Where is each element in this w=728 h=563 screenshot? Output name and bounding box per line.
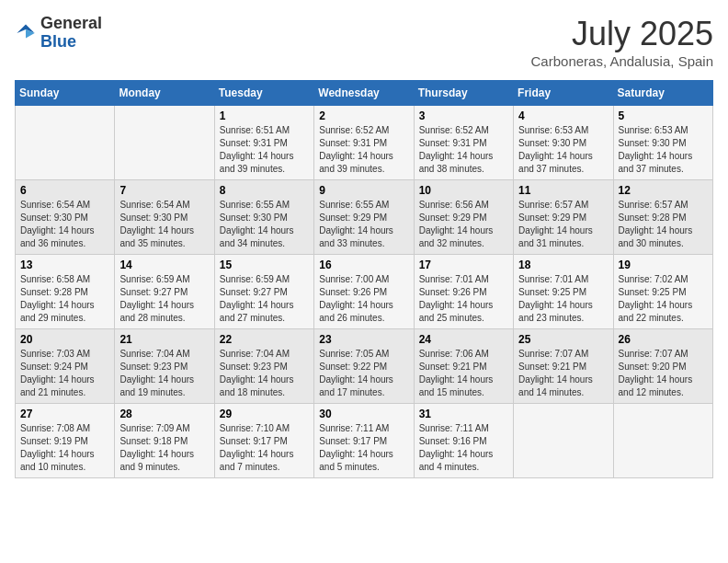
day-number: 20 (20, 333, 109, 346)
month-year: July 2025 (531, 15, 713, 53)
calendar-cell: 31Sunrise: 7:11 AM Sunset: 9:16 PM Dayli… (414, 404, 513, 478)
calendar-cell: 6Sunrise: 6:54 AM Sunset: 9:30 PM Daylig… (16, 180, 115, 255)
day-number: 6 (20, 184, 109, 197)
day-detail: Sunrise: 6:59 AM Sunset: 9:27 PM Dayligh… (119, 273, 209, 325)
day-number: 9 (319, 184, 408, 197)
day-number: 7 (119, 184, 209, 197)
weekday-header-tuesday: Tuesday (214, 81, 313, 106)
day-detail: Sunrise: 6:51 AM Sunset: 9:31 PM Dayligh… (220, 124, 309, 176)
week-row-1: 1Sunrise: 6:51 AM Sunset: 9:31 PM Daylig… (16, 106, 713, 180)
day-detail: Sunrise: 6:53 AM Sunset: 9:30 PM Dayligh… (619, 124, 708, 176)
logo-icon (15, 22, 37, 44)
day-number: 15 (220, 259, 309, 271)
calendar-cell: 12Sunrise: 6:57 AM Sunset: 9:28 PM Dayli… (613, 180, 712, 255)
weekday-header-wednesday: Wednesday (314, 81, 414, 106)
day-number: 1 (220, 109, 309, 122)
calendar-cell (514, 404, 613, 478)
weekday-header-thursday: Thursday (414, 81, 513, 106)
day-number: 29 (220, 408, 309, 420)
day-detail: Sunrise: 7:07 AM Sunset: 9:21 PM Dayligh… (518, 348, 608, 399)
weekday-header-monday: Monday (115, 81, 214, 106)
day-detail: Sunrise: 7:04 AM Sunset: 9:23 PM Dayligh… (220, 348, 309, 399)
calendar-cell: 25Sunrise: 7:07 AM Sunset: 9:21 PM Dayli… (514, 329, 613, 404)
day-detail: Sunrise: 7:02 AM Sunset: 9:25 PM Dayligh… (619, 273, 708, 325)
day-detail: Sunrise: 7:03 AM Sunset: 9:24 PM Dayligh… (20, 348, 109, 399)
logo-general-text: General (40, 14, 102, 32)
day-detail: Sunrise: 6:55 AM Sunset: 9:29 PM Dayligh… (319, 199, 408, 250)
day-number: 23 (319, 333, 408, 346)
calendar-cell: 21Sunrise: 7:04 AM Sunset: 9:23 PM Dayli… (115, 329, 214, 404)
day-detail: Sunrise: 7:10 AM Sunset: 9:17 PM Dayligh… (220, 422, 309, 474)
day-number: 8 (220, 184, 309, 197)
day-number: 24 (419, 333, 508, 346)
day-number: 16 (319, 259, 408, 271)
day-detail: Sunrise: 7:04 AM Sunset: 9:23 PM Dayligh… (119, 348, 209, 399)
day-detail: Sunrise: 6:56 AM Sunset: 9:29 PM Dayligh… (419, 199, 508, 250)
day-number: 28 (119, 408, 209, 420)
day-detail: Sunrise: 6:52 AM Sunset: 9:31 PM Dayligh… (319, 124, 408, 176)
week-row-2: 6Sunrise: 6:54 AM Sunset: 9:30 PM Daylig… (16, 180, 713, 255)
calendar-cell (16, 106, 115, 180)
calendar-cell: 3Sunrise: 6:52 AM Sunset: 9:31 PM Daylig… (414, 106, 513, 180)
day-detail: Sunrise: 6:57 AM Sunset: 9:29 PM Dayligh… (518, 199, 608, 250)
weekday-header-saturday: Saturday (613, 81, 712, 106)
day-detail: Sunrise: 7:09 AM Sunset: 9:18 PM Dayligh… (119, 422, 209, 474)
day-number: 3 (419, 109, 508, 122)
day-detail: Sunrise: 6:59 AM Sunset: 9:27 PM Dayligh… (220, 273, 309, 325)
day-detail: Sunrise: 6:53 AM Sunset: 9:30 PM Dayligh… (518, 124, 608, 176)
calendar-cell: 5Sunrise: 6:53 AM Sunset: 9:30 PM Daylig… (613, 106, 712, 180)
calendar-cell: 14Sunrise: 6:59 AM Sunset: 9:27 PM Dayli… (115, 255, 214, 329)
day-detail: Sunrise: 7:11 AM Sunset: 9:17 PM Dayligh… (319, 422, 408, 474)
calendar-cell (613, 404, 712, 478)
logo-blue-text: Blue (40, 32, 76, 51)
day-detail: Sunrise: 7:01 AM Sunset: 9:26 PM Dayligh… (419, 273, 508, 325)
day-number: 4 (518, 109, 608, 122)
day-number: 2 (319, 109, 408, 122)
week-row-4: 20Sunrise: 7:03 AM Sunset: 9:24 PM Dayli… (16, 329, 713, 404)
day-number: 11 (518, 184, 608, 197)
location: Carboneras, Andalusia, Spain (531, 53, 713, 69)
calendar-cell: 16Sunrise: 7:00 AM Sunset: 9:26 PM Dayli… (314, 255, 414, 329)
calendar-cell (115, 106, 214, 180)
day-number: 18 (518, 259, 608, 271)
day-number: 13 (20, 259, 109, 271)
day-number: 22 (220, 333, 309, 346)
day-detail: Sunrise: 6:58 AM Sunset: 9:28 PM Dayligh… (20, 273, 109, 325)
day-number: 17 (419, 259, 508, 271)
calendar-cell: 24Sunrise: 7:06 AM Sunset: 9:21 PM Dayli… (414, 329, 513, 404)
day-detail: Sunrise: 7:06 AM Sunset: 9:21 PM Dayligh… (419, 348, 508, 399)
calendar-cell: 30Sunrise: 7:11 AM Sunset: 9:17 PM Dayli… (314, 404, 414, 478)
day-number: 14 (119, 259, 209, 271)
day-detail: Sunrise: 7:05 AM Sunset: 9:22 PM Dayligh… (319, 348, 408, 399)
day-number: 25 (518, 333, 608, 346)
day-detail: Sunrise: 6:52 AM Sunset: 9:31 PM Dayligh… (419, 124, 508, 176)
day-detail: Sunrise: 6:55 AM Sunset: 9:30 PM Dayligh… (220, 199, 309, 250)
day-number: 30 (319, 408, 408, 420)
day-detail: Sunrise: 6:57 AM Sunset: 9:28 PM Dayligh… (619, 199, 708, 250)
page-header: General Blue July 2025 Carboneras, Andal… (15, 15, 713, 69)
day-detail: Sunrise: 7:01 AM Sunset: 9:25 PM Dayligh… (518, 273, 608, 325)
calendar-cell: 10Sunrise: 6:56 AM Sunset: 9:29 PM Dayli… (414, 180, 513, 255)
day-number: 26 (619, 333, 708, 346)
calendar-cell: 22Sunrise: 7:04 AM Sunset: 9:23 PM Dayli… (214, 329, 313, 404)
week-row-5: 27Sunrise: 7:08 AM Sunset: 9:19 PM Dayli… (16, 404, 713, 478)
calendar-cell: 4Sunrise: 6:53 AM Sunset: 9:30 PM Daylig… (514, 106, 613, 180)
calendar-cell: 9Sunrise: 6:55 AM Sunset: 9:29 PM Daylig… (314, 180, 414, 255)
day-number: 10 (419, 184, 508, 197)
day-detail: Sunrise: 7:00 AM Sunset: 9:26 PM Dayligh… (319, 273, 408, 325)
calendar-cell: 19Sunrise: 7:02 AM Sunset: 9:25 PM Dayli… (613, 255, 712, 329)
calendar-cell: 17Sunrise: 7:01 AM Sunset: 9:26 PM Dayli… (414, 255, 513, 329)
calendar-cell: 15Sunrise: 6:59 AM Sunset: 9:27 PM Dayli… (214, 255, 313, 329)
week-row-3: 13Sunrise: 6:58 AM Sunset: 9:28 PM Dayli… (16, 255, 713, 329)
day-detail: Sunrise: 6:54 AM Sunset: 9:30 PM Dayligh… (20, 199, 109, 250)
calendar-cell: 27Sunrise: 7:08 AM Sunset: 9:19 PM Dayli… (16, 404, 115, 478)
calendar-cell: 20Sunrise: 7:03 AM Sunset: 9:24 PM Dayli… (16, 329, 115, 404)
calendar-cell: 7Sunrise: 6:54 AM Sunset: 9:30 PM Daylig… (115, 180, 214, 255)
weekday-header-sunday: Sunday (16, 81, 115, 106)
day-number: 21 (119, 333, 209, 346)
day-number: 19 (619, 259, 708, 271)
calendar-cell: 26Sunrise: 7:07 AM Sunset: 9:20 PM Dayli… (613, 329, 712, 404)
calendar-cell: 2Sunrise: 6:52 AM Sunset: 9:31 PM Daylig… (314, 106, 414, 180)
day-detail: Sunrise: 7:08 AM Sunset: 9:19 PM Dayligh… (20, 422, 109, 474)
day-number: 12 (619, 184, 708, 197)
